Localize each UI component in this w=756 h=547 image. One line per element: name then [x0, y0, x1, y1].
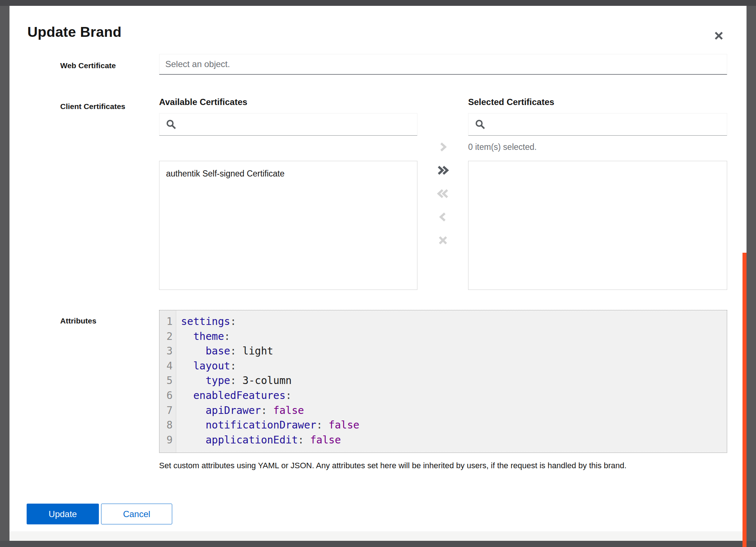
- attributes-help-text: Set custom attributes using YAML or JSON…: [159, 461, 626, 470]
- angle-left-icon: [436, 210, 450, 224]
- code-line: theme:: [181, 329, 727, 344]
- certificate-list-item[interactable]: authentik Self-signed Certificate: [159, 166, 417, 182]
- line-number: 3: [159, 344, 176, 359]
- overlay-bottom-band: [0, 541, 756, 547]
- angle-right-icon: [436, 140, 450, 154]
- code-line: base: light: [181, 344, 727, 359]
- line-number: 9: [159, 433, 176, 448]
- move-selected-left-button[interactable]: [434, 208, 452, 226]
- selected-search-input[interactable]: [491, 113, 727, 136]
- move-selected-right-button[interactable]: [434, 138, 452, 156]
- editor-code: settings: theme: base: light layout: typ…: [176, 310, 727, 453]
- web-certificate-input[interactable]: [159, 54, 727, 75]
- move-all-left-button[interactable]: [434, 185, 452, 202]
- attributes-label: Attributes: [60, 317, 96, 325]
- code-line: type: 3-column: [181, 373, 727, 388]
- selected-certificates-heading: Selected Certificates: [468, 96, 727, 108]
- code-line: layout:: [181, 359, 727, 374]
- available-search-box: [159, 113, 417, 136]
- client-certificates-label: Client Certificates: [60, 102, 126, 111]
- code-line: apiDrawer: false: [181, 403, 727, 418]
- line-number: 1: [159, 314, 176, 329]
- selected-count-status: 0 item(s) selected.: [468, 141, 727, 152]
- move-all-right-button[interactable]: [434, 162, 452, 179]
- modal-bottom-strip: [9, 531, 747, 541]
- line-number: 7: [159, 403, 176, 418]
- orange-accent-bar: [742, 253, 747, 547]
- code-line: notificationDrawer: false: [181, 418, 727, 433]
- close-icon: [713, 30, 724, 41]
- angle-double-right-icon: [436, 164, 450, 177]
- available-search-input[interactable]: [182, 113, 417, 136]
- code-line: enabledFeatures:: [181, 388, 727, 403]
- cancel-button[interactable]: Cancel: [101, 504, 172, 524]
- update-button[interactable]: Update: [27, 504, 99, 524]
- line-number: 4: [159, 359, 176, 374]
- close-button[interactable]: [709, 26, 728, 45]
- code-line: settings:: [181, 314, 727, 329]
- transfer-controls: [417, 96, 468, 302]
- overlay-top-band: [0, 0, 756, 6]
- clear-selected-button[interactable]: [434, 232, 452, 249]
- web-certificate-label: Web Certificate: [60, 61, 116, 70]
- selected-certificates-pane: Selected Certificates 0 item(s) selected…: [468, 96, 727, 302]
- modal-footer: Update Cancel: [27, 504, 172, 524]
- update-brand-modal: Update Brand Web Certificate Client Cert…: [9, 6, 747, 541]
- available-certificates-heading: Available Certificates: [159, 96, 417, 108]
- code-line: applicationEdit: false: [181, 433, 727, 448]
- search-icon: [166, 119, 177, 130]
- selected-search-box: [468, 113, 727, 136]
- times-icon: [436, 234, 450, 247]
- editor-gutter: 123456789: [159, 310, 176, 453]
- angle-double-left-icon: [436, 187, 450, 200]
- selected-certificates-list: [468, 161, 727, 290]
- line-number: 2: [159, 329, 176, 344]
- available-certificates-list: authentik Self-signed Certificate: [159, 161, 417, 290]
- available-certificates-pane: Available Certificates authentik Self-si…: [159, 96, 417, 302]
- search-icon: [475, 119, 486, 130]
- line-number: 5: [159, 373, 176, 388]
- dual-list-selector: Available Certificates authentik Self-si…: [159, 96, 727, 302]
- line-number: 8: [159, 418, 176, 433]
- line-number: 6: [159, 388, 176, 403]
- modal-title: Update Brand: [27, 24, 122, 40]
- attributes-code-editor[interactable]: 123456789 settings: theme: base: light l…: [159, 310, 727, 453]
